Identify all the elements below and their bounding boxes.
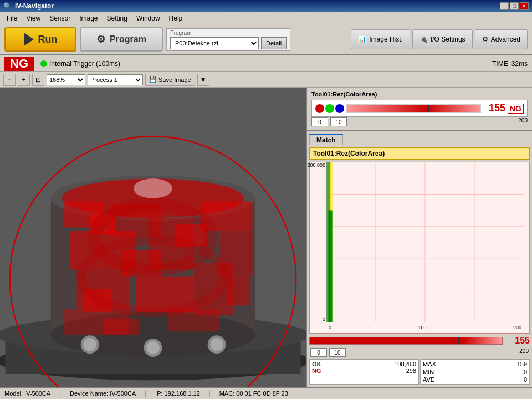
stats-ng-value: 298 [406,367,416,374]
status-sep1: | [59,390,61,397]
chart-y-axis: 200,000 0 [310,162,326,322]
stats-ng-row: NG 298 [312,367,416,374]
tool-result-title: Tool01:Rez(ColorArea) [311,91,528,98]
chart-slider-track[interactable] [309,337,503,345]
status-ip: IP: 192.168.1.12 [155,390,200,397]
chart-x-mid: 100 [418,325,426,330]
stats-box-right: MAX 159 MIN 0 AVE 0 [420,359,530,385]
chart-inner [326,162,524,322]
status-device: Device Name: IV-500CA [70,390,136,397]
titlebar-controls[interactable]: _ □ × [500,2,529,10]
gear-icon: ⚙ [96,33,105,45]
detail-button[interactable]: Detail [261,37,287,49]
image-hist-button[interactable]: 📊 Image Hist. [351,29,410,49]
program-button[interactable]: ⚙ Program [80,27,163,52]
chart-x-max: 200 [513,325,521,330]
play-icon [24,33,34,46]
status-sep3: | [209,390,211,397]
menu-setting[interactable]: Setting [103,13,132,23]
ng-badge: NG [4,57,34,71]
result-slider-track[interactable] [346,104,481,113]
save-image-label: Save Image [158,76,191,83]
stats-ok-value: 108,460 [394,361,416,367]
extra-button[interactable]: ▼ [197,74,209,86]
right-panel: Tool01:Rez(ColorArea) 155 NG 200 [307,88,532,387]
process-select[interactable]: Process 1 [88,74,143,85]
zoom-in-button[interactable]: + [18,74,30,86]
menu-help[interactable]: Help [165,13,187,23]
svg-point-31 [146,341,159,354]
stats-ave-row: AVE 0 [423,376,527,383]
chart-range-inputs [310,348,346,357]
app-icon: 🔍 [3,2,12,10]
menu-window[interactable]: Window [132,13,165,23]
stats-max-row: MAX 159 [423,361,527,367]
stats-table: OK 108,460 NG 298 MAX 159 MIN 0 [309,359,530,385]
zoom-select[interactable]: 168% [47,74,85,85]
menu-image[interactable]: Image [75,13,102,23]
toolbar-right: 📊 Image Hist. 🔌 I/O Settings ⚙ Advanced [351,29,528,49]
stats-ng-label: NG [312,367,321,374]
slider-thumb [427,105,429,112]
status-bar-bottom: Model: IV-500CA | Device Name: IV-500CA … [0,387,532,399]
advanced-button[interactable]: ⚙ Advanced [475,29,528,49]
app-title: IV-Navigator [15,2,54,10]
chart-x-min: 0 [329,325,331,330]
status-sep2: | [145,390,146,397]
tab-match[interactable]: Match [309,134,343,145]
menu-file[interactable]: File [2,13,22,23]
program-group-inner: P00:Detekce rzi Detail [170,37,287,49]
image-hist-label: Image Hist. [369,35,403,43]
chart-y-min: 0 [323,316,325,322]
svg-rect-23 [227,276,249,305]
save-icon: 💾 [149,76,157,83]
svg-point-29 [83,338,96,351]
stats-max-value: 159 [517,361,527,367]
stats-min-label: MIN [423,369,434,375]
minimize-button[interactable]: _ [500,2,509,10]
stats-max-label: MAX [423,361,436,367]
scene-svg [0,88,306,387]
run-button[interactable]: Run [4,27,76,52]
menu-sensor[interactable]: Sensor [45,13,75,23]
time-label: TIME [492,60,508,68]
program-select[interactable]: P00:Detekce rzi [170,37,259,49]
green-circle [325,104,334,113]
chart-slider-value: 155 [505,336,530,346]
io-settings-icon: 🔌 [420,35,428,43]
chart-slider-row: 155 [309,336,530,346]
match-tab: Match [309,134,530,145]
chart-range-min-input[interactable] [310,348,327,357]
status-mac: MAC: 00 01 FC 0D 8F 23 [219,390,288,397]
fit-button[interactable]: ⊡ [32,74,44,86]
stats-ave-label: AVE [423,376,434,383]
maximize-button[interactable]: □ [510,2,519,10]
range-max-label: 200 [518,117,528,126]
main-content: Tool01:Rez(ColorArea) 155 NG 200 [0,88,532,387]
program-group: Program P00:Detekce rzi Detail [166,28,290,51]
status-model: Model: IV-500CA [4,390,50,397]
stats-box-left: OK 108,460 NG 298 [309,359,419,385]
image-hist-icon: 📊 [358,35,366,43]
stats-ok-label: OK [312,361,321,367]
image-panel [0,88,307,387]
time-value: 32ms [511,60,528,68]
zoom-out-button[interactable]: − [3,74,16,86]
slider-range: 200 [311,117,528,127]
range-max-low-input[interactable] [330,117,347,126]
close-button[interactable]: × [520,2,529,10]
io-settings-label: I/O Settings [431,35,466,43]
svg-point-27 [134,178,172,198]
chart-range-max-label: 200 [519,348,529,357]
status-bar-top: NG Internal Trigger (100ms) TIME 32ms [0,55,532,72]
chart-range-labels: 200 [309,348,530,357]
save-image-button[interactable]: 💾 Save Image [145,74,195,86]
blue-circle [335,104,344,113]
chart-svg [326,162,524,322]
run-label: Run [38,34,58,45]
red-circle [315,104,324,113]
menu-view[interactable]: View [22,13,45,23]
io-settings-button[interactable]: 🔌 I/O Settings [412,29,473,49]
range-min-input[interactable] [311,117,328,126]
chart-range-max-low-input[interactable] [329,348,346,357]
